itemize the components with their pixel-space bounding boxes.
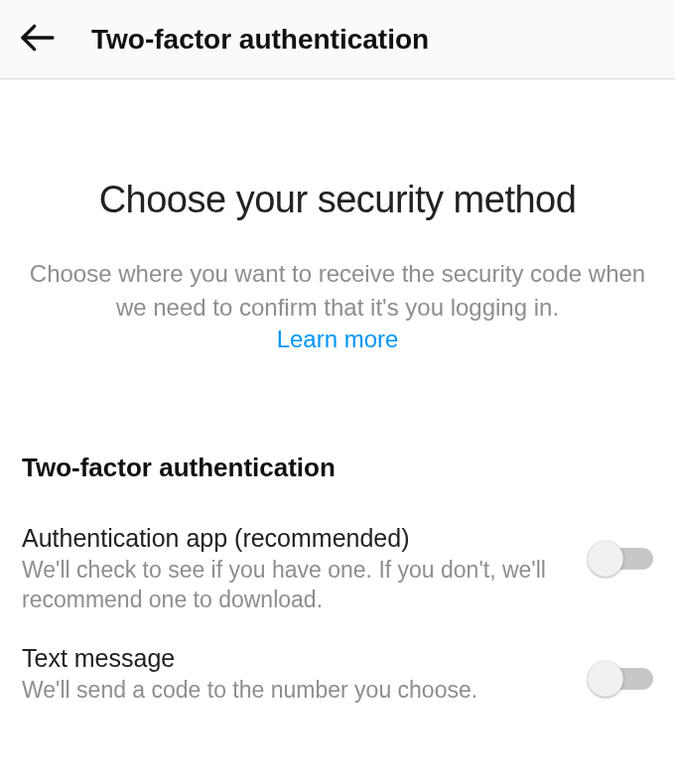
back-button[interactable] <box>12 14 64 65</box>
option-auth-app: Authentication app (recommended) We'll c… <box>22 523 653 615</box>
methods-section: Two-factor authentication Authentication… <box>0 453 675 706</box>
toggle-thumb <box>588 541 623 577</box>
option-desc: We'll check to see if you have one. If y… <box>22 556 564 615</box>
section-title: Two-factor authentication <box>22 453 653 483</box>
toggle-text-message[interactable] <box>588 661 653 697</box>
intro-heading: Choose your security method <box>28 179 647 221</box>
option-desc: We'll send a code to the number you choo… <box>22 676 564 706</box>
toggle-thumb <box>588 661 623 697</box>
option-text-message: Text message We'll send a code to the nu… <box>22 643 653 706</box>
option-title: Text message <box>22 643 564 674</box>
intro-body: Choose where you want to receive the sec… <box>28 257 647 324</box>
toggle-auth-app[interactable] <box>588 541 653 577</box>
option-text: Text message We'll send a code to the nu… <box>22 643 588 706</box>
intro-section: Choose your security method Choose where… <box>0 79 675 353</box>
arrow-left-icon <box>18 18 58 61</box>
option-title: Authentication app (recommended) <box>22 523 564 554</box>
option-text: Authentication app (recommended) We'll c… <box>22 523 588 615</box>
page-title: Two-factor authentication <box>91 24 429 56</box>
learn-more-link[interactable]: Learn more <box>28 326 647 353</box>
app-header: Two-factor authentication <box>0 0 675 79</box>
